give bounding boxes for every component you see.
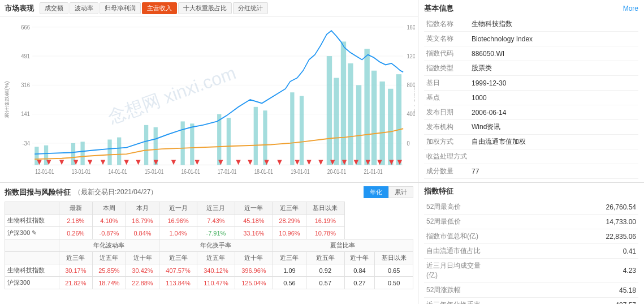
svg-rect-52 — [388, 89, 393, 165]
return-val-0-0: 2.18% — [59, 215, 92, 227]
info-label-2: 指数代码 — [424, 46, 469, 61]
info-row-0: 指数名称 生物科技指数 — [424, 17, 638, 32]
return-subtitle: （最新交易日:2021/04/27） — [74, 187, 157, 197]
svg-rect-37 — [190, 123, 194, 165]
feature-value-3: 0.41 — [492, 244, 638, 259]
feature-table: 52周最高价 26,760.54 52周最低价 14,733.00 指数市值总和… — [424, 200, 638, 304]
tab-btn-bodonglu[interactable]: 波动率 — [70, 2, 98, 14]
svg-rect-32 — [107, 140, 111, 165]
feature-row-0: 52周最高价 26,760.54 — [424, 200, 638, 215]
sub-row-index: 生物科技指数 30.17% 25.85% 30.42% 407.57% 340.… — [5, 264, 413, 277]
tab-btn-guimu[interactable]: 归母净利润 — [100, 2, 141, 14]
sub-header-turn: 年化换手率 — [159, 239, 273, 252]
feature-row-4: 近三月日均成交量(亿) 4.23 — [424, 259, 638, 283]
svg-text:0: 0 — [407, 139, 409, 147]
tab-btn-fenhong[interactable]: 分红统计 — [233, 2, 268, 14]
svg-rect-43 — [300, 96, 304, 165]
feature-row-5: 52周涨跌幅 45.18 — [424, 283, 638, 298]
svg-rect-53 — [396, 74, 401, 165]
sub-val-0-2: 30.42% — [126, 264, 159, 277]
sub-label-index: 生物科技指数 — [5, 264, 59, 277]
return-val-0-7: 16.19% — [306, 215, 344, 227]
info-label-10: 成分数量 — [424, 164, 469, 179]
svg-text:14-01-01: 14-01-01 — [108, 169, 127, 175]
market-title: 市场表现 — [5, 3, 34, 14]
feature-label-2: 指数市值总和(亿) — [424, 229, 492, 244]
col-1m: 近一月 — [159, 202, 197, 215]
return-val-1-1: -0.87% — [92, 227, 126, 239]
info-value-9 — [469, 149, 638, 164]
sub-col-header-row: 近三年 近五年 近十年 近三年 近五年 近十年 近三年 近五年 近十年 基日以来 — [5, 252, 413, 264]
return-table-wrapper: 最新 本周 本月 近一月 近三月 近一年 近三年 基日以来 生物科技指数 — [5, 202, 413, 304]
feature-title: 指数特征 — [424, 186, 638, 196]
tab-btn-shidaquan[interactable]: 十大权重股占比 — [178, 2, 232, 14]
info-value-7: Wind资讯 — [469, 120, 638, 135]
sub-col-5y-vol: 近五年 — [92, 252, 126, 264]
info-panel: 基本信息 More 指数名称 生物科技指数 英文名称 Biotechnology… — [418, 0, 644, 182]
sub-col-10y-sharpe: 近十年 — [344, 252, 375, 264]
info-label-7: 发布机构 — [424, 120, 469, 135]
sub-val-1-6: 0.56 — [273, 277, 306, 289]
svg-rect-35 — [154, 127, 158, 165]
svg-marker-64 — [195, 160, 200, 165]
return-val-1-4: -7.91% — [197, 227, 235, 239]
col-latest: 最新 — [59, 202, 92, 215]
feature-label-3: 自由流通市值占比 — [424, 244, 492, 259]
sub-row-hs300: 沪深300 21.82% 18.74% 22.88% 113.84% 110.4… — [5, 277, 413, 289]
svg-rect-44 — [327, 56, 332, 165]
svg-text:16-01-01: 16-01-01 — [181, 169, 200, 175]
sub-val-1-1: 18.74% — [92, 277, 126, 289]
svg-rect-41 — [263, 110, 267, 165]
info-value-5: 1000 — [469, 91, 638, 105]
info-value-3: 股票类 — [469, 61, 638, 76]
svg-rect-33 — [117, 138, 121, 165]
info-value-10: 77 — [469, 164, 638, 179]
return-label-hs300: 沪深300 ✎ — [5, 227, 59, 239]
tab-btn-chengjiaoe[interactable]: 成交额 — [40, 2, 68, 14]
feature-label-4: 近三月日均成交量(亿) — [424, 259, 492, 283]
main-container: 市场表现 成交额 波动率 归母净利润 主营收入 十大权重股占比 分红统计 念想网… — [0, 0, 644, 304]
svg-rect-47 — [348, 63, 353, 165]
feature-value-6: 407.57 — [492, 298, 638, 305]
svg-rect-50 — [371, 71, 377, 165]
col-3m: 近三月 — [197, 202, 235, 215]
svg-text:21-01-01: 21-01-01 — [364, 169, 382, 175]
feature-panel: 指数特征 52周最高价 26,760.54 52周最低价 14,733.00 指… — [418, 183, 644, 304]
toggle-cumulative[interactable]: 累计 — [388, 186, 413, 198]
more-link[interactable]: More — [623, 5, 638, 12]
svg-text:20-01-01: 20-01-01 — [327, 169, 346, 175]
info-row-6: 发布日期 2006-06-14 — [424, 105, 638, 120]
toggle-annualized[interactable]: 年化 — [364, 186, 388, 198]
info-label-5: 基点 — [424, 91, 469, 105]
info-title: 基本信息 — [424, 3, 453, 14]
svg-rect-45 — [334, 78, 339, 165]
col-base: 基日以来 — [306, 202, 344, 215]
svg-text:316: 316 — [21, 81, 30, 88]
return-table: 最新 本周 本月 近一月 近三月 近一年 近三年 基日以来 生物科技指数 — [5, 202, 413, 289]
feature-row-6: 近三年年化换手率 407.57 — [424, 298, 638, 305]
feature-row-2: 指数市值总和(亿) 22,835.06 — [424, 229, 638, 244]
svg-text:19-01-01: 19-01-01 — [291, 169, 309, 175]
feature-label-5: 52周涨跌幅 — [424, 283, 492, 298]
return-val-1-6: 10.96% — [273, 227, 306, 239]
svg-marker-58 — [88, 160, 92, 165]
info-row-1: 英文名称 Biotechnology Index — [424, 32, 638, 46]
tab-btn-zhuyingshouru[interactable]: 主营收入 — [142, 2, 177, 14]
info-label-6: 发布日期 — [424, 105, 469, 120]
svg-text:491: 491 — [21, 52, 30, 59]
feature-value-5: 45.18 — [492, 283, 638, 298]
return-row-hs300: 沪深300 ✎ 0.26% -0.87% 0.84% 1.04% -7.91% … — [5, 227, 413, 239]
sub-val-0-5: 396.96% — [235, 264, 273, 277]
svg-text:-34: -34 — [22, 139, 30, 147]
sub-val-0-3: 407.57% — [159, 264, 197, 277]
col-3y: 近三年 — [273, 202, 306, 215]
info-row-8: 加权方式 自由流通市值加权 — [424, 135, 638, 149]
info-value-8: 自由流通市值加权 — [469, 135, 638, 149]
return-title: 指数回报与风险特征 — [5, 187, 71, 198]
feature-value-0: 26,760.54 — [492, 200, 638, 215]
return-val-0-6: 28.29% — [273, 215, 306, 227]
market-header: 市场表现 成交额 波动率 归母净利润 主营收入 十大权重股占比 分红统计 — [0, 0, 418, 17]
svg-marker-61 — [136, 160, 140, 165]
feature-row-1: 52周最低价 14,733.00 — [424, 215, 638, 229]
info-value-2: 886050.WI — [469, 46, 638, 61]
